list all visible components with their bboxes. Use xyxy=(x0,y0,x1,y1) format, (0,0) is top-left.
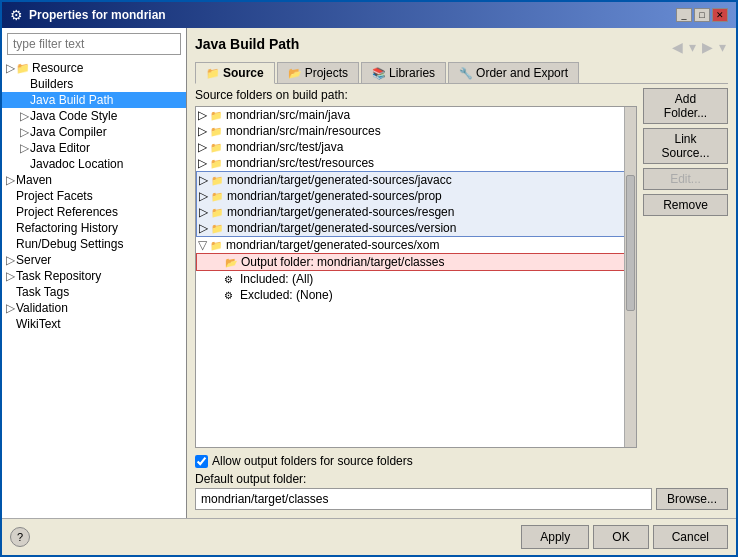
allow-output-folders-checkbox[interactable] xyxy=(195,455,208,468)
list-item[interactable]: ▷ 📁 mondrian/target/generated-sources/pr… xyxy=(197,188,635,204)
window-title: Properties for mondrian xyxy=(29,8,166,22)
close-button[interactable]: ✕ xyxy=(712,8,728,22)
section-title: Java Build Path xyxy=(195,36,299,52)
nav-arrows: ◀ ▾ ▶ ▾ xyxy=(670,39,728,55)
filter-input[interactable] xyxy=(7,33,181,55)
tree-item-project-references[interactable]: Project References xyxy=(2,204,186,220)
output-row: Browse... xyxy=(195,488,728,510)
scrollbar-thumb[interactable] xyxy=(626,175,635,311)
source-list: ▷ 📁 mondrian/src/main/java ▷ 📁 mondrian/… xyxy=(196,107,636,303)
tree-item-wikitext[interactable]: WikiText xyxy=(2,316,186,332)
back-button[interactable]: ◀ xyxy=(670,39,685,55)
folder-icon: 📁 xyxy=(210,126,226,137)
tab-projects[interactable]: 📂 Projects xyxy=(277,62,359,83)
forward-button[interactable]: ▶ xyxy=(700,39,715,55)
tree-item-java-compiler[interactable]: ▷Java Compiler xyxy=(2,124,186,140)
list-item[interactable]: ▷ 📁 mondrian/src/main/java xyxy=(196,107,636,123)
tabs: 📁 Source 📂 Projects 📚 Libraries 🔧 Order … xyxy=(195,62,728,84)
folder-icon: 📁 xyxy=(211,175,227,186)
list-item-included[interactable]: ⚙ Included: (All) xyxy=(196,271,636,287)
source-tab-label: Source xyxy=(223,66,264,80)
folder-icon: 📁 xyxy=(211,207,227,218)
folder-icon: 📁 xyxy=(210,142,226,153)
tab-libraries[interactable]: 📚 Libraries xyxy=(361,62,446,83)
title-bar: ⚙ Properties for mondrian _ □ ✕ xyxy=(2,2,736,28)
tree-item-task-tags[interactable]: Task Tags xyxy=(2,284,186,300)
tree-item-validation[interactable]: ▷Validation xyxy=(2,300,186,316)
browse-button[interactable]: Browse... xyxy=(656,488,728,510)
list-item[interactable]: ▷ 📁 mondrian/src/main/resources xyxy=(196,123,636,139)
source-tab-icon: 📁 xyxy=(206,67,220,80)
tree-item-java-code-style[interactable]: ▷Java Code Style xyxy=(2,108,186,124)
projects-tab-icon: 📂 xyxy=(288,67,302,80)
list-item[interactable]: ▷ 📁 mondrian/target/generated-sources/ja… xyxy=(197,172,635,188)
tree-item-refactoring-history[interactable]: Refactoring History xyxy=(2,220,186,236)
cancel-button[interactable]: Cancel xyxy=(653,525,728,549)
tree-item-java-build-path[interactable]: Java Build Path xyxy=(2,92,186,108)
libraries-tab-icon: 📚 xyxy=(372,67,386,80)
projects-tab-label: Projects xyxy=(305,66,348,80)
source-panel: Source folders on build path: ▷ 📁 mondri… xyxy=(195,88,637,448)
tree-item-builders[interactable]: Builders xyxy=(2,76,186,92)
tree-item-server[interactable]: ▷Server xyxy=(2,252,186,268)
tree-item-java-editor[interactable]: ▷Java Editor xyxy=(2,140,186,156)
output-folder-icon: 📂 xyxy=(225,257,241,268)
apply-button[interactable]: Apply xyxy=(521,525,589,549)
folder-icon: 📁 xyxy=(210,158,226,169)
output-label: Default output folder: xyxy=(195,472,728,486)
list-item[interactable]: ▷ 📁 mondrian/src/test/resources xyxy=(196,155,636,171)
source-label: Source folders on build path: xyxy=(195,88,637,102)
tree-list: ▷📁Resource Builders Java Build Path ▷Jav… xyxy=(2,60,186,518)
tree-item-maven[interactable]: ▷Maven xyxy=(2,172,186,188)
excluded-icon: ⚙ xyxy=(224,290,240,301)
edit-button[interactable]: Edit... xyxy=(643,168,728,190)
scrollbar[interactable] xyxy=(624,107,636,447)
bottom-bar: ? Apply OK Cancel xyxy=(2,518,736,555)
ok-button[interactable]: OK xyxy=(593,525,648,549)
list-item-output[interactable]: 📂 Output folder: mondrian/target/classes xyxy=(196,253,636,271)
list-item[interactable]: ▷ 📁 mondrian/target/generated-sources/ve… xyxy=(197,220,635,236)
libraries-tab-label: Libraries xyxy=(389,66,435,80)
properties-window: ⚙ Properties for mondrian _ □ ✕ ▷📁Resour… xyxy=(0,0,738,557)
link-source-button[interactable]: Link Source... xyxy=(643,128,728,164)
tree-item-project-facets[interactable]: Project Facets xyxy=(2,188,186,204)
main-content: Source folders on build path: ▷ 📁 mondri… xyxy=(195,88,728,448)
add-folder-button[interactable]: Add Folder... xyxy=(643,88,728,124)
order-tab-label: Order and Export xyxy=(476,66,568,80)
minimize-button[interactable]: _ xyxy=(676,8,692,22)
list-item[interactable]: ▽ 📁 mondrian/target/generated-sources/xo… xyxy=(196,237,636,253)
bottom-section: Allow output folders for source folders … xyxy=(195,454,728,510)
tab-source[interactable]: 📁 Source xyxy=(195,62,275,84)
action-buttons: Add Folder... Link Source... Edit... Rem… xyxy=(643,88,728,448)
right-panel: Java Build Path ◀ ▾ ▶ ▾ 📁 Source 📂 Proje… xyxy=(187,28,736,518)
folder-icon: 📁 xyxy=(210,240,226,251)
output-folder-input[interactable] xyxy=(195,488,652,510)
remove-button[interactable]: Remove xyxy=(643,194,728,216)
folder-icon: 📁 xyxy=(211,223,227,234)
window-controls: _ □ ✕ xyxy=(676,8,728,22)
allow-output-folders-label: Allow output folders for source folders xyxy=(212,454,413,468)
folder-icon: 📁 xyxy=(211,191,227,202)
help-button[interactable]: ? xyxy=(10,527,30,547)
tree-item-resource[interactable]: ▷📁Resource xyxy=(2,60,186,76)
content-area: ▷📁Resource Builders Java Build Path ▷Jav… xyxy=(2,28,736,518)
list-item-excluded[interactable]: ⚙ Excluded: (None) xyxy=(196,287,636,303)
list-item[interactable]: ▷ 📁 mondrian/target/generated-sources/re… xyxy=(197,204,635,220)
allow-output-folders-row: Allow output folders for source folders xyxy=(195,454,728,468)
tree-item-run-debug-settings[interactable]: Run/Debug Settings xyxy=(2,236,186,252)
list-item[interactable]: ▷ 📁 mondrian/src/test/java xyxy=(196,139,636,155)
tree-item-task-repository[interactable]: ▷Task Repository xyxy=(2,268,186,284)
nav-dropdown-back[interactable]: ▾ xyxy=(687,39,698,55)
order-tab-icon: 🔧 xyxy=(459,67,473,80)
left-panel: ▷📁Resource Builders Java Build Path ▷Jav… xyxy=(2,28,187,518)
included-icon: ⚙ xyxy=(224,274,240,285)
folder-icon: 📁 xyxy=(210,110,226,121)
nav-dropdown-forward[interactable]: ▾ xyxy=(717,39,728,55)
maximize-button[interactable]: □ xyxy=(694,8,710,22)
source-list-container[interactable]: ▷ 📁 mondrian/src/main/java ▷ 📁 mondrian/… xyxy=(195,106,637,448)
tab-order-and-export[interactable]: 🔧 Order and Export xyxy=(448,62,579,83)
tree-item-javadoc-location[interactable]: Javadoc Location xyxy=(2,156,186,172)
